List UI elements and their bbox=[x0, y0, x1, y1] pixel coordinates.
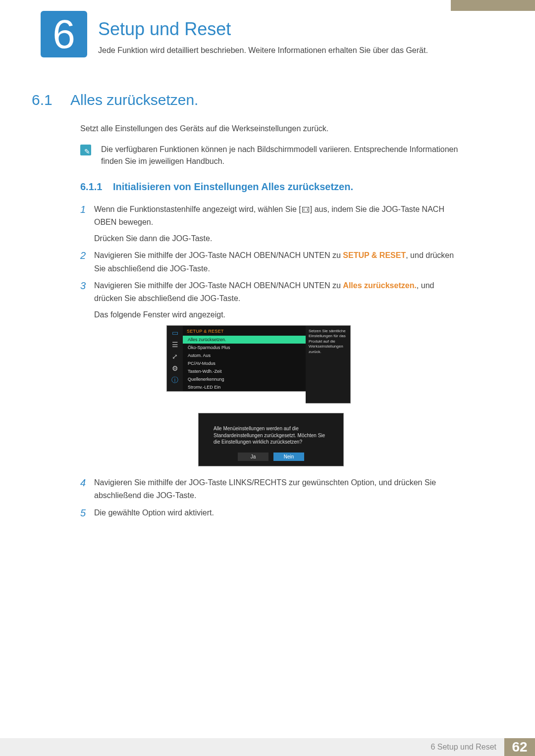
info-icon: ⓘ bbox=[169, 376, 180, 384]
dialog-message: Alle Menüeinstellungen werden auf die St… bbox=[214, 425, 328, 446]
step-number: 1 bbox=[80, 203, 94, 245]
step-highlight: SETUP & RESET bbox=[343, 251, 406, 259]
footer-page-number: 62 bbox=[504, 738, 535, 756]
step-number: 4 bbox=[80, 476, 94, 503]
dialog-no-button: Nein bbox=[273, 453, 304, 461]
resize-icon: ⤢ bbox=[169, 353, 180, 360]
section-number: 6.1 bbox=[32, 92, 53, 108]
step-text: Navigieren Sie mithilfe der JOG-Taste NA… bbox=[94, 251, 343, 259]
step-body: Navigieren Sie mithilfe der JOG-Taste NA… bbox=[94, 249, 464, 275]
footer-chapter-label: 6 Setup und Reset bbox=[0, 738, 504, 756]
step-list-top: 1 Wenn die Funktionstastenhilfe angezeig… bbox=[80, 203, 464, 325]
osd-label: Autom. Aus bbox=[188, 353, 211, 358]
step-4: 4 Navigieren Sie mithilfe der JOG-Taste … bbox=[80, 476, 464, 503]
step-text: Wenn die Funktionstastenhilfe angezeigt … bbox=[94, 205, 301, 213]
osd-label: Öko-Sparmodus Plus bbox=[188, 345, 230, 350]
picture-icon: ▭ bbox=[169, 329, 180, 337]
osd-label: PC/AV-Modus bbox=[188, 361, 215, 366]
step-highlight: Alles zurücksetzen. bbox=[343, 281, 417, 290]
step-body: Wenn die Funktionstastenhilfe angezeigt … bbox=[94, 203, 464, 245]
chapter-number-box: 6 bbox=[41, 11, 87, 57]
page-footer: 6 Setup und Reset 62 bbox=[0, 738, 535, 756]
chapter-title: Setup und Reset bbox=[98, 19, 231, 40]
section-intro: Setzt alle Einstellungen des Geräts auf … bbox=[80, 124, 328, 133]
step-body: Navigieren Sie mithilfe der JOG-Taste LI… bbox=[94, 476, 464, 503]
subsection-title: Initialisieren von Einstellungen Alles z… bbox=[113, 181, 353, 193]
step-3: 3 Navigieren Sie mithilfe der JOG-Taste … bbox=[80, 279, 464, 321]
step-number: 5 bbox=[80, 506, 94, 519]
step-1: 1 Wenn die Funktionstastenhilfe angezeig… bbox=[80, 203, 464, 245]
step-5: 5 Die gewählte Option wird aktiviert. bbox=[80, 506, 464, 519]
step-number: 3 bbox=[80, 279, 94, 321]
osd-label: Stromv.-LED Ein bbox=[188, 385, 220, 390]
osd-confirm-dialog: Alle Menüeinstellungen werden auf die St… bbox=[198, 413, 344, 466]
step-body: Die gewählte Option wird aktiviert. bbox=[94, 506, 214, 519]
osd-label: Quellenerkennung bbox=[188, 377, 224, 382]
chapter-intro: Jede Funktion wird detailliert beschrieb… bbox=[98, 46, 428, 55]
step-2: 2 Navigieren Sie mithilfe der JOG-Taste … bbox=[80, 249, 464, 275]
step-text: Drücken Sie dann die JOG-Taste. bbox=[94, 232, 464, 245]
header-accent-bar bbox=[451, 0, 535, 11]
subsection-number: 6.1.1 bbox=[80, 181, 102, 193]
osd-label: Tasten-Wdh.-Zeit bbox=[188, 369, 222, 374]
osd-sidebar: ▭ ☰ ⤢ ⚙ ⓘ bbox=[167, 326, 183, 391]
settings-icon: ⚙ bbox=[169, 364, 180, 372]
color-icon: ☰ bbox=[169, 341, 180, 349]
osd-label: Alles zurücksetzen. bbox=[188, 337, 226, 342]
step-list-bottom: 4 Navigieren Sie mithilfe der JOG-Taste … bbox=[80, 476, 464, 523]
section-title: Alles zurücksetzen. bbox=[70, 92, 198, 108]
menu-icon bbox=[302, 207, 309, 212]
note-text: Die verfügbaren Funktionen können je nac… bbox=[101, 144, 463, 167]
step-number: 2 bbox=[80, 249, 94, 275]
step-body: Navigieren Sie mithilfe der JOG-Taste NA… bbox=[94, 279, 464, 321]
dialog-buttons: Ja Nein bbox=[207, 453, 335, 461]
dialog-yes-button: Ja bbox=[238, 453, 268, 461]
step-text: Das folgende Fenster wird angezeigt. bbox=[94, 308, 464, 321]
osd-tooltip: Setzen Sie sämtliche Einstellungen für d… bbox=[306, 325, 351, 403]
step-text: Navigieren Sie mithilfe der JOG-Taste NA… bbox=[94, 281, 343, 290]
note-icon: ✎ bbox=[80, 145, 91, 155]
